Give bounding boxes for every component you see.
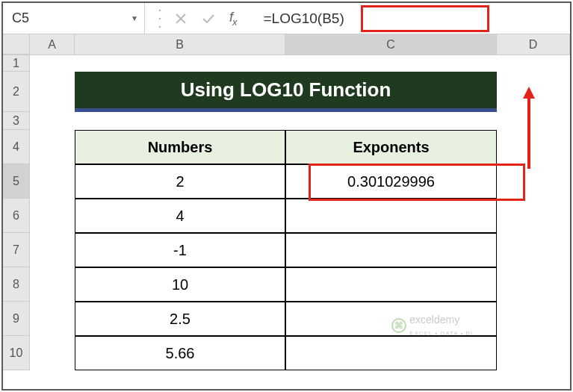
arrow-annotation-icon (521, 87, 536, 169)
col-header-c[interactable]: C (285, 34, 497, 55)
column-headers: A B C D (3, 34, 570, 55)
cell-c8[interactable] (285, 267, 497, 302)
formula-bar-icons: fx (145, 10, 250, 28)
cell-c7[interactable] (285, 233, 497, 267)
table-row: 4 (75, 199, 497, 233)
svg-marker-1 (523, 87, 535, 99)
grid-body: 1 2 3 4 5 6 7 8 9 10 Using LOG10 Functio… (3, 55, 570, 370)
divider-dots-icon (158, 10, 161, 28)
cell-b10[interactable]: 5.66 (75, 336, 285, 370)
cells-area[interactable]: Using LOG10 Function Numbers Exponents 2… (30, 55, 570, 370)
table-header-row: Numbers Exponents (75, 130, 497, 164)
cell-b7[interactable]: -1 (75, 233, 285, 267)
col-header-b[interactable]: B (75, 34, 285, 55)
name-box[interactable]: C5 ▼ (3, 3, 145, 34)
row-header-10[interactable]: 10 (3, 336, 30, 370)
col-header-a[interactable]: A (30, 34, 75, 55)
row-header-8[interactable]: 8 (3, 267, 30, 302)
check-icon[interactable] (201, 12, 216, 25)
col-header-d[interactable]: D (497, 34, 570, 55)
select-all-corner[interactable] (3, 34, 30, 55)
row-header-5[interactable]: 5 (3, 164, 30, 199)
chevron-down-icon[interactable]: ▼ (131, 14, 138, 22)
cancel-icon[interactable] (174, 12, 188, 25)
cell-b5[interactable]: 2 (75, 164, 285, 199)
row-headers: 1 2 3 4 5 6 7 8 9 10 (3, 55, 30, 370)
row-header-6[interactable]: 6 (3, 199, 30, 233)
row-header-4[interactable]: 4 (3, 130, 30, 164)
cell-c5[interactable]: 0.301029996 (285, 164, 497, 199)
cell-b6[interactable]: 4 (75, 199, 285, 233)
grid-area: A B C D 1 2 3 4 5 6 7 8 9 10 Using LOG10… (3, 34, 570, 389)
cell-b8[interactable]: 10 (75, 267, 285, 302)
cell-c10[interactable] (285, 336, 497, 370)
watermark-name: exceldemy (409, 314, 459, 326)
page-title: Using LOG10 Function (75, 72, 497, 112)
table-row: 2 0.301029996 (75, 164, 497, 199)
row-header-9[interactable]: 9 (3, 302, 30, 336)
cell-b9[interactable]: 2.5 (75, 302, 285, 336)
row-header-3[interactable]: 3 (3, 112, 30, 130)
row-header-7[interactable]: 7 (3, 233, 30, 267)
watermark-icon: ⌘ (391, 318, 406, 333)
table-row: 5.66 (75, 336, 497, 370)
name-box-value: C5 (12, 10, 29, 26)
row-header-2[interactable]: 2 (3, 72, 30, 112)
header-exponents[interactable]: Exponents (285, 130, 497, 164)
cell-c6[interactable] (285, 199, 497, 233)
watermark-tag: EXCEL • DATA • BI (409, 330, 473, 337)
header-numbers[interactable]: Numbers (75, 130, 285, 164)
app-frame: C5 ▼ fx =LOG10(B5) A B C D 1 2 3 4 (1, 1, 572, 391)
formula-bar: C5 ▼ fx =LOG10(B5) (3, 3, 570, 34)
table-row: 10 (75, 267, 497, 302)
formula-input[interactable]: =LOG10(B5) (250, 3, 570, 34)
watermark: ⌘ exceldemy EXCEL • DATA • BI (391, 314, 473, 337)
formula-text: =LOG10(B5) (264, 10, 344, 27)
table-row: -1 (75, 233, 497, 267)
fx-icon[interactable]: fx (229, 10, 237, 28)
row-header-1[interactable]: 1 (3, 55, 30, 72)
